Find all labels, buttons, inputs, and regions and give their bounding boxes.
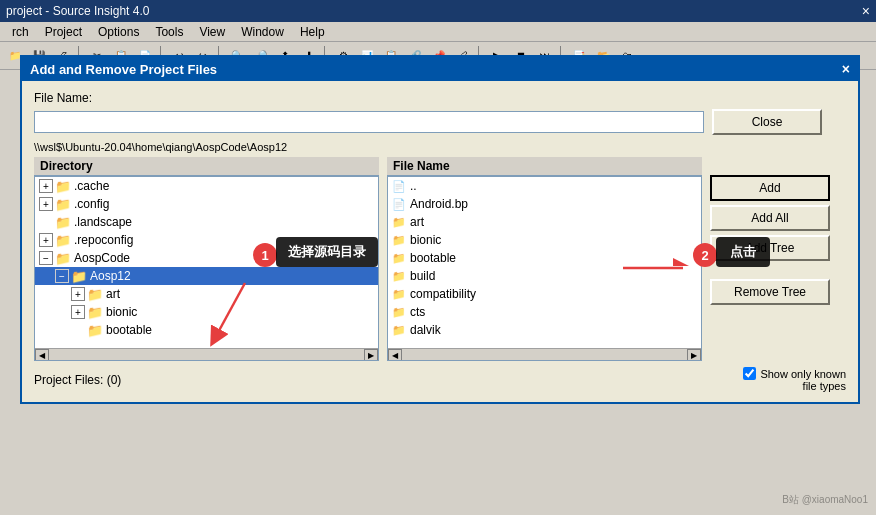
window-close[interactable]: × [862,3,870,19]
menu-help[interactable]: Help [292,22,333,41]
file-icon-bionic: 📁 [392,234,406,247]
file-item-cts[interactable]: 📁 cts [388,303,701,321]
expand-art[interactable]: + [71,287,85,301]
file-list: 📄 .. 📄 Android.bp 📁 art 📁 [388,177,701,348]
tree-label-config: .config [74,197,109,211]
annotation-circle-2: 2 [693,243,717,267]
file-item-bootable[interactable]: 📁 bootable [388,249,701,267]
remove-tree-button[interactable]: Remove Tree [710,279,830,305]
project-files-status: Project Files: (0) [34,373,121,387]
folder-icon-landscape: 📁 [55,215,71,230]
file-icon-cts: 📁 [392,306,406,319]
show-only-known-checkbox[interactable] [743,367,756,380]
menu-options[interactable]: Options [90,22,147,41]
file-icon-androidbp: 📄 [392,198,406,211]
expand-aospcode[interactable]: − [39,251,53,265]
menu-rch[interactable]: rch [4,22,37,41]
folder-icon-art: 📁 [87,287,103,302]
title-bar: project - Source Insight 4.0 × [0,0,876,22]
file-icon-dalvik: 📁 [392,324,406,337]
window-title: project - Source Insight 4.0 [6,4,149,18]
tree-item-art[interactable]: + 📁 art [35,285,378,303]
file-icon-build: 📁 [392,270,406,283]
menu-bar: rch Project Options Tools View Window He… [0,22,876,42]
file-label-dalvik: dalvik [410,323,441,337]
file-scroll-track [402,349,687,362]
file-scrollbar-h[interactable]: ◀ ▶ [388,348,701,361]
file-label-build: build [410,269,435,283]
watermark: B站 @xiaomaNoo1 [782,493,868,507]
file-scroll-left[interactable]: ◀ [388,349,402,362]
tree-item-cache[interactable]: + 📁 .cache [35,177,378,195]
checkbox-area: Show only known file types [743,367,846,392]
folder-icon-config: 📁 [55,197,71,212]
file-item-art[interactable]: 📁 art [388,213,701,231]
file-item-bionic[interactable]: 📁 bionic [388,231,701,249]
dialog-close-button[interactable]: × [842,61,850,77]
annotation-tooltip-2: 点击 [716,237,770,267]
file-panel-content: 📄 .. 📄 Android.bp 📁 art 📁 [387,176,702,361]
file-label-androidbp: Android.bp [410,197,468,211]
show-only-known-label: Show only known [760,368,846,380]
file-name-label: File Name: [34,91,846,105]
file-panel: File Name 📄 .. 📄 Android.bp 📁 [387,157,702,361]
tree-label-aosp12: Aosp12 [90,269,131,283]
expand-cache[interactable]: + [39,179,53,193]
file-item-androidbp[interactable]: 📄 Android.bp [388,195,701,213]
scroll-left[interactable]: ◀ [35,349,49,362]
expand-bionic[interactable]: + [71,305,85,319]
folder-icon-aospcode: 📁 [55,251,71,266]
expand-aosp12[interactable]: − [55,269,69,283]
tree-label-bootable: bootable [106,323,152,337]
annotation-tooltip-1: 选择源码目录 [276,237,378,267]
tree-item-bootable[interactable]: 📁 bootable [35,321,378,339]
expand-config[interactable]: + [39,197,53,211]
tree-item-config[interactable]: + 📁 .config [35,195,378,213]
file-label-bootable: bootable [410,251,456,265]
file-label-art: art [410,215,424,229]
tree-label-aospcode: AospCode [74,251,130,265]
file-item-dotdot[interactable]: 📄 .. [388,177,701,195]
menu-view[interactable]: View [191,22,233,41]
menu-window[interactable]: Window [233,22,292,41]
bottom-row: Project Files: (0) Show only known file … [34,367,846,392]
checkbox-row: Show only known [743,367,846,380]
file-item-dalvik[interactable]: 📁 dalvik [388,321,701,339]
add-button[interactable]: Add [710,175,830,201]
scroll-track [49,349,364,362]
menu-project[interactable]: Project [37,22,90,41]
dialog-title-text: Add and Remove Project Files [30,62,217,77]
dialog-title-bar: Add and Remove Project Files × [22,57,858,81]
directory-header: Directory [34,157,379,176]
folder-icon-cache: 📁 [55,179,71,194]
file-label-bionic: bionic [410,233,441,247]
file-icon-dotdot: 📄 [392,180,406,193]
dialog-add-remove: Add and Remove Project Files × File Name… [20,55,860,404]
directory-panel-content: + 📁 .cache + 📁 .config [34,176,379,361]
add-all-button[interactable]: Add All [710,205,830,231]
file-label-dotdot: .. [410,179,417,193]
directory-scrollbar-h[interactable]: ◀ ▶ [35,348,378,361]
expand-repoconfig[interactable]: + [39,233,53,247]
file-label-compatibility: compatibility [410,287,476,301]
folder-icon-bionic: 📁 [87,305,103,320]
path-label: \\wsl$\Ubuntu-20.04\home\qiang\AospCode\… [34,141,846,153]
file-types-label: file types [803,380,846,392]
tree-item-bionic[interactable]: + 📁 bionic [35,303,378,321]
tree-item-aosp12[interactable]: − 📁 Aosp12 [35,267,378,285]
menu-tools[interactable]: Tools [147,22,191,41]
tree-label-bionic: bionic [106,305,137,319]
tree-label-landscape: .landscape [74,215,132,229]
tree-label-cache: .cache [74,179,109,193]
folder-icon-aosp12: 📁 [71,269,87,284]
file-icon-compatibility: 📁 [392,288,406,301]
file-item-compatibility[interactable]: 📁 compatibility [388,285,701,303]
close-button[interactable]: Close [712,109,822,135]
file-item-build[interactable]: 📁 build [388,267,701,285]
file-icon-bootable: 📁 [392,252,406,265]
file-scroll-right[interactable]: ▶ [687,349,701,362]
scroll-right[interactable]: ▶ [364,349,378,362]
file-icon-art: 📁 [392,216,406,229]
file-name-input[interactable] [34,111,704,133]
tree-item-landscape[interactable]: 📁 .landscape [35,213,378,231]
